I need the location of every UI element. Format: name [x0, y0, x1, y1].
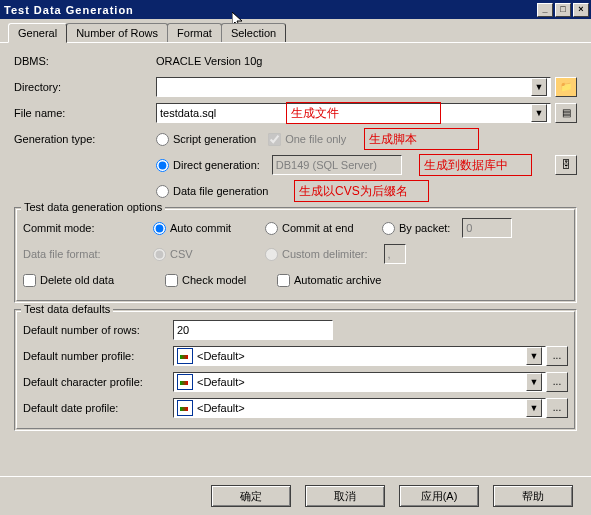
commit-mode-label: Commit mode: — [23, 222, 153, 234]
tab-number-of-rows[interactable]: Number of Rows — [66, 23, 168, 42]
profile-icon — [177, 400, 193, 416]
group-generation-options: Test data generation options Commit mode… — [14, 207, 577, 303]
ellipsis-button[interactable]: ... — [546, 398, 568, 418]
direct-db-field — [272, 155, 402, 175]
radio-commit-end[interactable]: Commit at end — [265, 222, 370, 235]
by-packet-field — [462, 218, 512, 238]
directory-combo[interactable]: ▼ — [156, 77, 551, 97]
radio-direct-generation[interactable]: Direct generation: — [156, 159, 260, 172]
gentype-label: Generation type: — [14, 133, 156, 145]
annotation-gen-db: 生成到数据库中 — [419, 154, 532, 176]
help-button[interactable]: 帮助 — [493, 485, 573, 507]
tab-format[interactable]: Format — [167, 23, 222, 42]
chevron-down-icon[interactable]: ▼ — [526, 347, 542, 365]
chevron-down-icon[interactable]: ▼ — [526, 373, 542, 391]
dbms-value: ORACLE Version 10g — [156, 55, 262, 67]
tab-strip: General Number of Rows Format Selection — [0, 19, 591, 43]
maximize-button[interactable]: □ — [555, 3, 571, 17]
button-bar: 确定 取消 应用(A) 帮助 — [0, 476, 591, 515]
db-connect-button[interactable]: 🗄 — [555, 155, 577, 175]
data-file-format-label: Data file format: — [23, 248, 153, 260]
default-rows-field[interactable] — [173, 320, 333, 340]
directory-label: Directory: — [14, 81, 156, 93]
check-one-file-only: One file only — [268, 133, 346, 146]
cancel-button[interactable]: 取消 — [305, 485, 385, 507]
radio-script-generation[interactable]: Script generation — [156, 133, 256, 146]
check-delete-old-data[interactable]: Delete old data — [23, 274, 153, 287]
filename-label: File name: — [14, 107, 156, 119]
default-char-profile-label: Default character profile: — [23, 376, 173, 388]
window-title: Test Data Generation — [2, 4, 535, 16]
tab-selection[interactable]: Selection — [221, 23, 286, 42]
chevron-down-icon[interactable]: ▼ — [531, 104, 547, 122]
custom-delim-field — [384, 244, 406, 264]
chevron-down-icon[interactable]: ▼ — [531, 78, 547, 96]
edit-file-button[interactable]: ▤ — [555, 103, 577, 123]
ellipsis-button[interactable]: ... — [546, 372, 568, 392]
radio-auto-commit[interactable]: Auto commit — [153, 222, 253, 235]
default-number-profile-combo[interactable]: <Default>▼ — [173, 346, 546, 366]
close-button[interactable]: × — [573, 3, 589, 17]
general-panel: DBMS: ORACLE Version 10g Directory: ▼ 📁 … — [0, 43, 591, 445]
default-number-profile-label: Default number profile: — [23, 350, 173, 362]
title-bar: Test Data Generation _ □ × — [0, 0, 591, 19]
radio-data-file-generation[interactable]: Data file generation — [156, 185, 268, 198]
default-date-profile-combo[interactable]: <Default>▼ — [173, 398, 546, 418]
radio-csv: CSV — [153, 248, 253, 261]
annotation-gen-script: 生成脚本 — [364, 128, 479, 150]
annotation-gen-cvs: 生成以CVS为后缀名 — [294, 180, 429, 202]
check-check-model[interactable]: Check model — [165, 274, 265, 287]
tab-general[interactable]: General — [8, 23, 67, 43]
ok-button[interactable]: 确定 — [211, 485, 291, 507]
browse-folder-button[interactable]: 📁 — [555, 77, 577, 97]
default-date-profile-label: Default date profile: — [23, 402, 173, 414]
dbms-label: DBMS: — [14, 55, 156, 67]
apply-button[interactable]: 应用(A) — [399, 485, 479, 507]
radio-by-packet[interactable]: By packet: — [382, 222, 450, 235]
filename-combo[interactable]: testdata.sql▼ — [156, 103, 551, 123]
radio-custom-delimiter: Custom delimiter: — [265, 248, 368, 261]
minimize-button[interactable]: _ — [537, 3, 553, 17]
default-rows-label: Default number of rows: — [23, 324, 173, 336]
chevron-down-icon[interactable]: ▼ — [526, 399, 542, 417]
profile-icon — [177, 348, 193, 364]
profile-icon — [177, 374, 193, 390]
default-char-profile-combo[interactable]: <Default>▼ — [173, 372, 546, 392]
ellipsis-button[interactable]: ... — [546, 346, 568, 366]
check-automatic-archive[interactable]: Automatic archive — [277, 274, 381, 287]
group-data-defaults: Test data defaults Default number of row… — [14, 309, 577, 431]
